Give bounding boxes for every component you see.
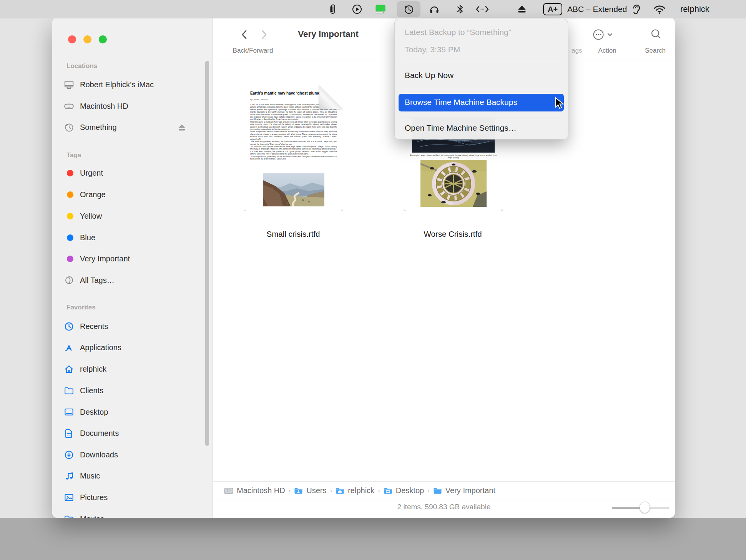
sidebar-item-label: Very Important: [80, 254, 130, 263]
path-segment-users[interactable]: Users: [294, 486, 326, 495]
sidebar-item-label: Orange: [80, 190, 106, 199]
hard-drive-icon: [64, 101, 74, 111]
tag-dot-purple: [64, 254, 74, 264]
sidebar-item-something[interactable]: Something: [64, 119, 202, 136]
sidebar-item-imac[interactable]: Robert Elphick’s iMac: [64, 76, 202, 93]
doc-body-text: A SECTION of Earth's mantle beneath Oman…: [250, 103, 337, 171]
all-tags-icon: [64, 275, 74, 286]
window-title: Very Important: [274, 29, 382, 39]
sidebar-tag-orange[interactable]: Orange: [64, 186, 202, 203]
forward-button[interactable]: [259, 29, 269, 40]
time-machine-menu-extra[interactable]: [397, 1, 420, 17]
path-segment-relphick[interactable]: relphick: [336, 486, 374, 495]
sidebar-item-label: All Tags…: [80, 276, 115, 285]
play-circle-icon[interactable]: [352, 4, 362, 14]
path-chevron: ›: [330, 487, 332, 495]
sidebar-item-pictures[interactable]: Pictures: [64, 489, 202, 506]
drive-mini-icon: [224, 487, 233, 495]
pictures-icon: [64, 492, 74, 503]
sidebar-item-label: Something: [80, 123, 117, 132]
sidebar-item-recents[interactable]: Recents: [64, 318, 202, 335]
sidebar-item-label: Movies: [80, 515, 104, 518]
eject-volume-icon[interactable]: [177, 123, 187, 133]
menu-separator: [404, 89, 558, 89]
sidebar-section-locations: Locations: [66, 62, 97, 70]
sidebar-item-desktop[interactable]: Desktop: [64, 404, 202, 420]
sidebar: Locations Robert Elphick’s iMac Macintos…: [52, 18, 213, 518]
sidebar-scrollbar[interactable]: [205, 61, 209, 446]
music-note-icon: [64, 471, 74, 481]
doc-headline: Earth's mantle may have ‘ghost plumes’: [250, 91, 327, 95]
search-button[interactable]: [650, 28, 663, 41]
sidebar-item-home[interactable]: relphick: [64, 361, 202, 377]
canyon-photo: [263, 173, 324, 206]
doc-caption: Fibre-optic cables criss-cross Earth, in…: [408, 154, 498, 159]
tags-toolbar-label-partial: ags: [572, 47, 588, 55]
tag-dot-red: [64, 168, 74, 178]
sidebar-item-label: Music: [80, 472, 100, 480]
folder-icon: [433, 487, 442, 495]
home-icon: [64, 364, 74, 374]
eject-icon[interactable]: [517, 4, 527, 14]
sidebar-tag-blue[interactable]: Blue: [64, 229, 202, 246]
input-source-badge: A+: [548, 5, 558, 14]
status-text: 2 items, 590.83 GB available: [213, 503, 675, 511]
doc-byline: by James Dinneen: [250, 98, 268, 101]
sidebar-item-label: relphick: [80, 365, 106, 374]
folder-icon: [64, 514, 74, 518]
close-window-button[interactable]: [68, 35, 76, 43]
tag-dot-orange: [64, 189, 74, 200]
time-machine-disk-icon: [64, 122, 74, 133]
sidebar-item-applications[interactable]: Applications: [64, 339, 202, 356]
path-segment-macintosh-hd[interactable]: Macintosh HD: [224, 486, 285, 495]
path-segment-desktop[interactable]: Desktop: [384, 486, 424, 495]
icon-size-slider-knob[interactable]: [640, 502, 650, 513]
zoom-window-button[interactable]: [99, 35, 107, 43]
action-button[interactable]: [592, 28, 613, 41]
desktop-icon: [64, 407, 74, 417]
sidebar-item-all-tags[interactable]: All Tags…: [64, 272, 202, 289]
sidebar-tag-yellow[interactable]: Yellow: [64, 208, 202, 224]
search-label: Search: [636, 47, 675, 55]
sidebar-item-movies[interactable]: Movies: [64, 510, 202, 518]
sidebar-section-favorites: Favorites: [66, 304, 96, 311]
code-brackets-icon[interactable]: [475, 4, 489, 14]
menu-item-open-settings[interactable]: Open Time Machine Settings…: [405, 123, 517, 133]
sidebar-item-documents[interactable]: Documents: [64, 425, 202, 442]
file-name-label[interactable]: Worse Crisis.rtfd: [399, 229, 507, 239]
chevron-down-icon: [607, 32, 613, 38]
imac-icon: [64, 80, 74, 90]
latest-backup-status: Latest Backup to “Something”: [405, 28, 511, 37]
sidebar-item-label: Clients: [80, 386, 103, 395]
menu-item-back-up-now[interactable]: Back Up Now: [405, 71, 454, 80]
home-folder-icon: [336, 487, 344, 495]
sidebar-item-label: Desktop: [80, 408, 108, 417]
file-small-crisis[interactable]: Earth's mantle may have ‘ghost plumes’ b…: [244, 85, 343, 211]
sidebar-item-downloads[interactable]: Downloads: [64, 446, 202, 463]
sidebar-tag-urgent[interactable]: Urgent: [64, 165, 202, 181]
app-store-icon: [64, 342, 74, 353]
bluetooth-icon[interactable]: [455, 4, 465, 15]
wifi-icon[interactable]: [653, 5, 666, 14]
back-button[interactable]: [239, 29, 250, 40]
minimize-window-button[interactable]: [83, 35, 91, 43]
path-segment-very-important[interactable]: Very Important: [433, 486, 495, 495]
sidebar-item-clients[interactable]: Clients: [64, 382, 202, 399]
paperclip-icon[interactable]: [328, 4, 337, 15]
sidebar-tag-very-important[interactable]: Very Important: [64, 250, 202, 267]
menu-item-browse-backups[interactable]: Browse Time Machine Backups: [399, 94, 564, 111]
sound-headphones-icon[interactable]: [429, 4, 439, 14]
hearing-icon[interactable]: [632, 4, 641, 15]
folder-icon: [64, 386, 74, 396]
external-disk-icon[interactable]: [375, 4, 385, 14]
path-bar: Macintosh HD › Users › relphick › Deskto…: [224, 482, 495, 500]
sidebar-item-music[interactable]: Music: [64, 467, 202, 484]
input-source-icon[interactable]: A+: [543, 3, 562, 15]
menubar-username[interactable]: relphick: [680, 0, 709, 18]
menu-separator: [404, 118, 558, 118]
sidebar-item-label: Urgent: [80, 169, 103, 178]
desktop-background: [0, 518, 746, 560]
file-name-label[interactable]: Small crisis.rtfd: [239, 229, 347, 239]
sidebar-item-macintosh-hd[interactable]: Macintosh HD: [64, 98, 202, 115]
input-source-label[interactable]: ABC – Extended: [567, 0, 627, 18]
